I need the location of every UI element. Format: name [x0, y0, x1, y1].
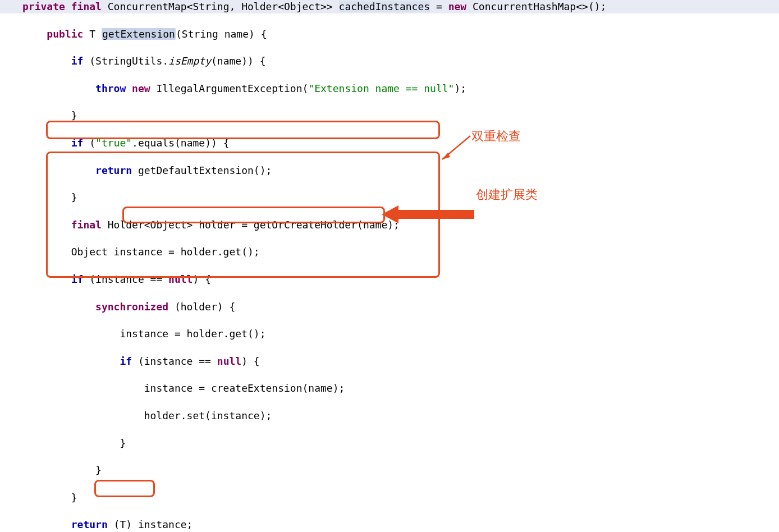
code-line-19: } [0, 491, 779, 505]
code-line-11: if (instance == null) { [0, 273, 779, 286]
code-line-16: holder.set(instance); [0, 409, 779, 423]
code-line-4: throw new IllegalArgumentException("Exte… [0, 82, 779, 95]
method-getExtension: getExtension [102, 28, 176, 40]
code-line-3: if (StringUtils.isEmpty(name)) { [0, 54, 779, 68]
code-line-9: final Holder<Object> holder = getOrCreat… [0, 218, 779, 232]
code-line-1: private final ConcurrentMap<String, Hold… [0, 0, 779, 13]
code-line-14: if (instance == null) { [0, 355, 779, 368]
code-pre: private final ConcurrentMap<String, Hold… [0, 0, 779, 532]
code-line-6: if ("true".equals(name)) { [0, 136, 779, 150]
code-line-12: synchronized (holder) { [0, 300, 779, 314]
code-line-8: } [0, 191, 779, 204]
code-line-13: instance = holder.get(); [0, 327, 779, 341]
code-line-20: return (T) instance; [0, 518, 779, 531]
code-line-10: Object instance = holder.get(); [0, 245, 779, 259]
annotation-create-extension: 创建扩展类 [476, 186, 538, 203]
code-line-7: return getDefaultExtension(); [0, 164, 779, 177]
code-line-18: } [0, 464, 779, 477]
field-cachedInstances: cachedInstances [339, 1, 430, 12]
code-line-2: public T getExtension(String name) { [0, 27, 779, 41]
annotation-double-check: 双重检查 [471, 128, 521, 145]
code-line-17: } [0, 437, 779, 450]
code-line-5: } [0, 109, 779, 122]
code-editor: private final ConcurrentMap<String, Hold… [0, 0, 779, 532]
code-line-15: instance = createExtension(name); [0, 382, 779, 395]
